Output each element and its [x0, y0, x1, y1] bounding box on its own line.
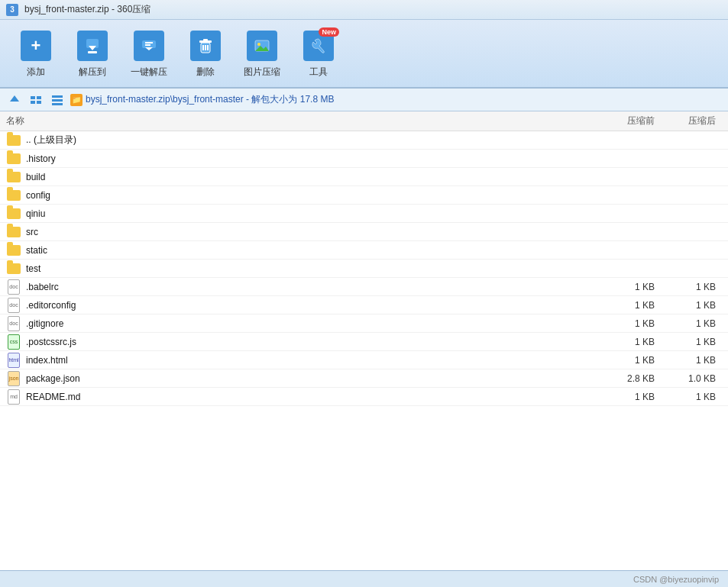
file-size-after: 1 KB	[667, 300, 728, 311]
extract-button[interactable]: 解压到	[66, 24, 119, 82]
table-row[interactable]: static	[0, 241, 728, 260]
table-row[interactable]: doc .gitignore 1 KB 1 KB	[0, 314, 728, 333]
table-row[interactable]: config	[0, 186, 728, 205]
file-list: .. (上级目录) .history build config	[0, 131, 728, 570]
table-row[interactable]: md README.md 1 KB 1 KB	[0, 388, 728, 406]
file-size-before: 1 KB	[606, 392, 667, 402]
file-icon-cell	[6, 151, 21, 166]
file-html-icon: html	[8, 353, 20, 368]
svg-rect-19	[31, 101, 35, 104]
col-name-header: 名称	[0, 114, 606, 127]
file-icon-cell	[6, 224, 21, 240]
tools-button[interactable]: New 工具	[292, 24, 345, 82]
file-name: .history	[26, 153, 606, 164]
folder-icon	[7, 245, 21, 256]
folder-icon	[7, 135, 21, 146]
file-name: qiniu	[26, 208, 606, 219]
imgzip-icon	[245, 29, 279, 63]
file-size-after: 1 KB	[667, 355, 728, 366]
file-name: .postcssrc.js	[26, 337, 606, 347]
folder-icon	[7, 153, 21, 164]
file-size-before: 1 KB	[606, 282, 667, 292]
table-row[interactable]: build	[0, 168, 728, 186]
file-name: README.md	[26, 392, 606, 402]
nav-path-icon: 📁	[70, 94, 83, 106]
nav-detail-button[interactable]	[49, 92, 66, 108]
folder-icon	[7, 227, 21, 237]
file-doc-icon: doc	[8, 316, 20, 331]
file-size-before: 1 KB	[606, 300, 667, 311]
file-icon-cell	[6, 169, 21, 185]
nav-path: 📁 bysj_front-master.zip\bysj_front-maste…	[70, 93, 334, 106]
title-bar: 3 bysj_front-master.zip - 360压缩	[0, 0, 728, 20]
nav-path-text: bysj_front-master.zip\bysj_front-master …	[86, 93, 334, 106]
file-icon-cell	[6, 206, 21, 221]
table-row[interactable]: test	[0, 260, 728, 278]
delete-button[interactable]: 删除	[179, 24, 232, 82]
file-name: test	[26, 263, 606, 274]
table-row[interactable]: json package.json 2.8 KB 1.0 KB	[0, 369, 728, 388]
file-icon-cell: css	[6, 334, 21, 350]
file-size-before: 1 KB	[606, 355, 667, 366]
file-md-icon: md	[8, 389, 20, 405]
file-name: .. (上级目录)	[26, 134, 606, 147]
add-button[interactable]: + 添加	[9, 24, 63, 82]
svg-rect-2	[88, 51, 97, 53]
folder-icon	[7, 190, 21, 201]
file-size-after: 1 KB	[667, 318, 728, 329]
file-name: .gitignore	[26, 318, 606, 329]
delete-icon	[189, 29, 222, 63]
main-content: 名称 压缩前 压缩后 .. (上级目录) .history build	[0, 111, 728, 570]
imgzip-button[interactable]: 图片压缩	[235, 24, 289, 82]
nav-list-button[interactable]	[28, 92, 44, 108]
file-name: .babelrc	[26, 282, 606, 292]
file-doc-icon: doc	[8, 298, 20, 313]
file-size-after: 1 KB	[667, 282, 728, 292]
svg-rect-23	[52, 103, 63, 105]
file-icon-cell	[6, 133, 21, 148]
file-name: index.html	[26, 355, 606, 366]
imgzip-label: 图片压缩	[244, 66, 280, 79]
table-row[interactable]: html index.html 1 KB 1 KB	[0, 351, 728, 369]
file-name: src	[26, 227, 606, 237]
svg-rect-9	[203, 39, 208, 41]
delete-label: 删除	[196, 66, 215, 79]
nav-up-button[interactable]	[6, 92, 23, 108]
col-before-header: 压缩前	[606, 114, 667, 127]
file-name: build	[26, 172, 606, 182]
svg-marker-6	[145, 47, 153, 50]
svg-rect-17	[31, 96, 35, 99]
table-row[interactable]: src	[0, 223, 728, 241]
table-row[interactable]: .. (上级目录)	[0, 131, 728, 150]
add-label: 添加	[27, 66, 45, 79]
file-icon-cell	[6, 243, 21, 258]
folder-icon	[7, 208, 21, 219]
nav-bar: 📁 bysj_front-master.zip\bysj_front-maste…	[0, 89, 728, 111]
app-icon: 3	[6, 4, 18, 16]
new-badge: New	[319, 27, 339, 37]
file-icon-cell: doc	[6, 279, 21, 295]
file-icon-cell: md	[6, 389, 21, 405]
table-row[interactable]: qiniu	[0, 205, 728, 223]
svg-point-14	[257, 43, 260, 46]
table-row[interactable]: doc .babelrc 1 KB 1 KB	[0, 278, 728, 296]
table-row[interactable]: css .postcssrc.js 1 KB 1 KB	[0, 333, 728, 351]
onekey-button[interactable]: 一键解压	[122, 24, 176, 82]
file-icon-cell: doc	[6, 298, 21, 313]
toolbar: + 添加 解压到 一	[0, 20, 728, 89]
file-icon-cell: html	[6, 353, 21, 368]
onekey-icon	[132, 29, 166, 63]
folder-icon	[7, 263, 21, 274]
table-row[interactable]: doc .editorconfig 1 KB 1 KB	[0, 296, 728, 314]
file-size-before: 1 KB	[606, 318, 667, 329]
table-row[interactable]: .history	[0, 150, 728, 168]
file-size-after: 1 KB	[667, 337, 728, 347]
svg-rect-20	[37, 101, 41, 104]
extract-icon	[76, 29, 109, 63]
title-bar-text: bysj_front-master.zip - 360压缩	[24, 3, 150, 16]
svg-rect-22	[52, 99, 63, 102]
folder-icon	[7, 172, 21, 182]
status-text: CSDN @biyezuopinvip	[633, 575, 719, 584]
status-bar: CSDN @biyezuopinvip	[0, 570, 728, 587]
file-size-after: 1.0 KB	[667, 373, 728, 384]
